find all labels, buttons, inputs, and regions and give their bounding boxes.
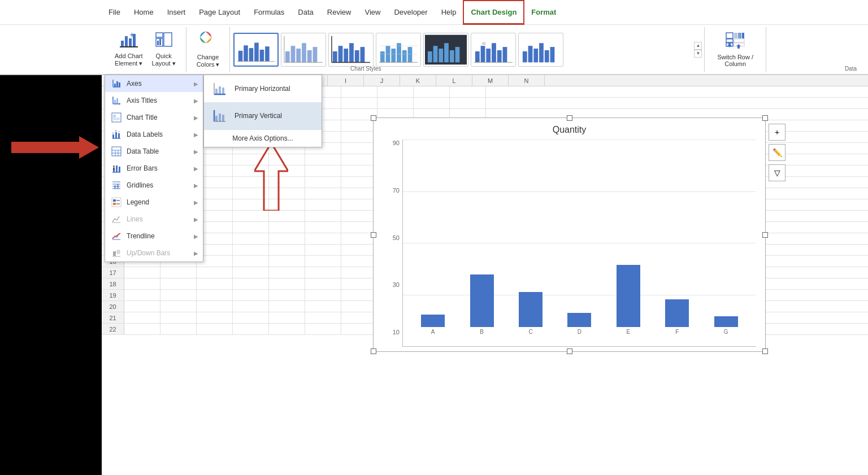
change-colors-button[interactable]: ChangeColors ▾ xyxy=(192,30,224,69)
menu-review[interactable]: Review xyxy=(320,0,358,25)
cell[interactable] xyxy=(124,278,160,289)
cell[interactable] xyxy=(305,188,341,199)
menu-help[interactable]: Help xyxy=(435,0,463,25)
cell[interactable] xyxy=(160,290,197,300)
chart-style-3[interactable] xyxy=(328,33,374,67)
menu-home[interactable]: Home xyxy=(127,0,160,25)
chart-handle-ml[interactable] xyxy=(371,232,376,238)
chart-style-1[interactable] xyxy=(233,33,279,67)
cell[interactable] xyxy=(341,143,377,154)
chart-handle-bl[interactable] xyxy=(371,348,376,354)
scroll-down-arrow[interactable]: ▼ xyxy=(694,50,702,58)
menu-item-trendline[interactable]: Trendline ▶ xyxy=(105,228,203,245)
chart-handle-br[interactable] xyxy=(762,348,768,354)
primary-horizontal-item[interactable]: Primary Horizontal xyxy=(204,75,322,102)
cell[interactable] xyxy=(341,324,377,334)
cell[interactable] xyxy=(124,301,160,312)
cell[interactable] xyxy=(341,132,377,142)
menu-formulas[interactable]: Formulas xyxy=(247,0,291,25)
cell[interactable] xyxy=(233,301,269,312)
menu-item-legend[interactable]: Legend ▶ xyxy=(105,194,203,211)
cell[interactable] xyxy=(341,222,377,233)
cell[interactable] xyxy=(341,267,377,278)
cell[interactable] xyxy=(305,199,341,210)
chart-style-5[interactable] xyxy=(423,33,468,67)
cell[interactable] xyxy=(233,233,269,244)
cell[interactable] xyxy=(341,98,377,108)
cell[interactable] xyxy=(233,222,269,233)
cell[interactable] xyxy=(305,278,341,289)
cell[interactable] xyxy=(233,256,269,267)
cell[interactable] xyxy=(269,222,305,233)
cell[interactable] xyxy=(197,290,233,300)
cell[interactable] xyxy=(160,324,197,334)
more-axis-options-item[interactable]: More Axis Options... xyxy=(204,129,322,147)
scroll-up-arrow[interactable]: ▲ xyxy=(694,42,702,50)
cell[interactable] xyxy=(305,267,341,278)
cell[interactable] xyxy=(197,278,233,289)
cell[interactable] xyxy=(197,267,233,278)
cell[interactable] xyxy=(233,312,269,323)
cell[interactable] xyxy=(341,177,377,188)
menu-format[interactable]: Format xyxy=(524,0,563,25)
chart-filters-btn[interactable]: ▽ xyxy=(769,164,785,181)
add-chart-element-button[interactable]: + Add ChartElement ▾ xyxy=(110,30,147,69)
cell[interactable] xyxy=(305,233,341,244)
menu-developer[interactable]: Developer xyxy=(387,0,434,25)
cell[interactable] xyxy=(377,86,414,97)
cell[interactable] xyxy=(341,120,377,131)
cell[interactable] xyxy=(233,245,269,255)
cell[interactable] xyxy=(197,301,233,312)
cell[interactable] xyxy=(341,290,377,300)
chart-handle-tc[interactable] xyxy=(567,115,572,121)
cell[interactable] xyxy=(269,324,305,334)
cell[interactable] xyxy=(305,222,341,233)
cell[interactable] xyxy=(269,278,305,289)
cell[interactable] xyxy=(124,312,160,323)
cell[interactable] xyxy=(450,86,486,97)
menu-chart-design[interactable]: Chart Design xyxy=(463,0,524,25)
quick-layout-button[interactable]: QuickLayout ▾ xyxy=(147,30,180,69)
chart-style-7[interactable] xyxy=(518,33,563,67)
cell[interactable] xyxy=(233,290,269,300)
menu-page-layout[interactable]: Page Layout xyxy=(192,0,247,25)
menu-item-data-labels[interactable]: 5 9 7 Data Labels ▶ xyxy=(105,126,203,143)
primary-vertical-item[interactable]: Primary Vertical xyxy=(204,102,322,129)
menu-item-updown-bars[interactable]: Up/Down Bars ▶ xyxy=(105,245,203,262)
cell[interactable] xyxy=(305,324,341,334)
chart-styles-btn[interactable]: ✏️ xyxy=(769,144,785,161)
cell[interactable] xyxy=(160,278,197,289)
col-header-M[interactable]: M xyxy=(472,75,509,86)
chart-style-2[interactable] xyxy=(281,33,326,67)
col-header-L[interactable]: L xyxy=(436,75,472,86)
cell[interactable] xyxy=(305,177,341,188)
menu-data[interactable]: Data xyxy=(291,0,320,25)
cell[interactable] xyxy=(377,98,414,108)
cell[interactable] xyxy=(160,312,197,323)
chart-style-4[interactable] xyxy=(376,33,421,67)
cell[interactable] xyxy=(305,154,341,165)
cell[interactable] xyxy=(269,301,305,312)
cell[interactable] xyxy=(305,256,341,267)
cell[interactable] xyxy=(197,312,233,323)
menu-item-lines[interactable]: Lines ▶ xyxy=(105,211,203,228)
cell[interactable] xyxy=(269,290,305,300)
switch-row-column-button[interactable]: Switch Row /Column xyxy=(710,27,760,72)
chart-handle-tr[interactable] xyxy=(762,115,768,121)
cell[interactable] xyxy=(269,233,305,244)
cell[interactable] xyxy=(197,324,233,334)
chart-styles-scroll[interactable]: ▲ ▼ xyxy=(694,42,702,58)
chart-handle-tl[interactable] xyxy=(371,115,376,121)
menu-file[interactable]: File xyxy=(102,0,127,25)
chart-style-6[interactable]: 15 63 xyxy=(471,33,516,67)
cell[interactable] xyxy=(305,211,341,221)
menu-item-gridlines[interactable]: Gridlines ▶ xyxy=(105,177,203,194)
col-header-K[interactable]: K xyxy=(400,75,436,86)
cell[interactable] xyxy=(233,324,269,334)
cell[interactable] xyxy=(341,256,377,267)
cell[interactable] xyxy=(124,290,160,300)
cell[interactable] xyxy=(160,267,197,278)
cell[interactable] xyxy=(160,301,197,312)
cell[interactable] xyxy=(450,98,486,108)
menu-item-chart-title[interactable]: @ Chart Title ▶ xyxy=(105,109,203,126)
